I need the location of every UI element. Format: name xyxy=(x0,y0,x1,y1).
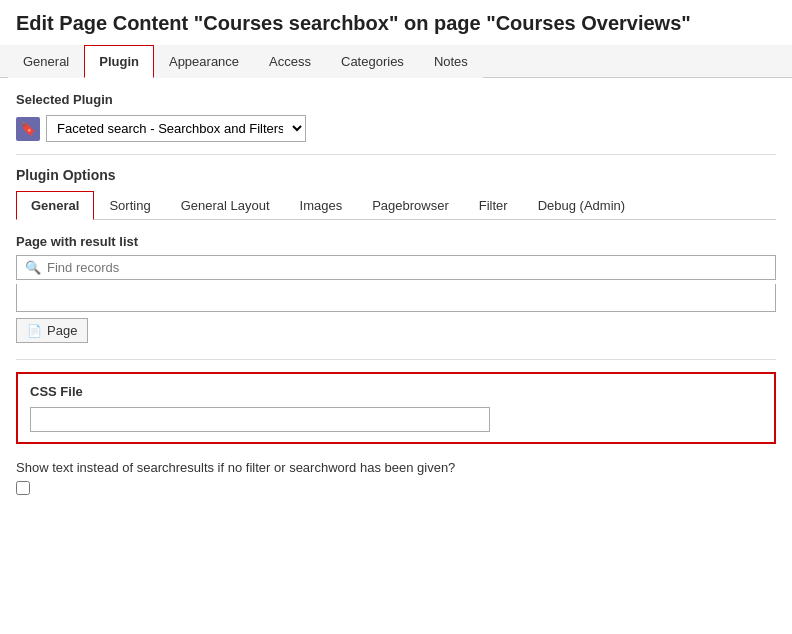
page-result-section: Page with result list 🔍 📄 Page xyxy=(16,234,776,343)
tab-notes[interactable]: Notes xyxy=(419,45,483,78)
search-row: 🔍 xyxy=(16,255,776,280)
search-icon: 🔍 xyxy=(25,260,41,275)
show-text-label: Show text instead of searchresults if no… xyxy=(16,460,776,475)
subtab-filter[interactable]: Filter xyxy=(464,191,523,220)
css-file-input[interactable] xyxy=(30,407,490,432)
show-text-checkbox[interactable] xyxy=(16,481,30,495)
page-result-label: Page with result list xyxy=(16,234,776,249)
subtab-debug-admin[interactable]: Debug (Admin) xyxy=(523,191,640,220)
css-file-label: CSS File xyxy=(30,384,762,399)
page-btn-icon: 📄 xyxy=(27,324,42,338)
content-area: Selected Plugin 🔖 Faceted search - Searc… xyxy=(0,78,792,523)
plugin-options-label: Plugin Options xyxy=(16,167,776,183)
sub-tabs: General Sorting General Layout Images Pa… xyxy=(16,191,776,220)
top-tabs: General Plugin Appearance Access Categor… xyxy=(0,45,792,78)
tab-appearance[interactable]: Appearance xyxy=(154,45,254,78)
subtab-pagebrowser[interactable]: Pagebrowser xyxy=(357,191,464,220)
selection-area xyxy=(16,284,776,312)
show-text-section: Show text instead of searchresults if no… xyxy=(16,460,776,495)
tab-general[interactable]: General xyxy=(8,45,84,78)
subtab-general-layout[interactable]: General Layout xyxy=(166,191,285,220)
divider-2 xyxy=(16,359,776,360)
find-records-input[interactable] xyxy=(47,260,767,275)
plugin-select-row: 🔖 Faceted search - Searchbox and Filters xyxy=(16,115,776,142)
subtab-general[interactable]: General xyxy=(16,191,94,220)
css-file-section: CSS File xyxy=(16,372,776,444)
tab-plugin[interactable]: Plugin xyxy=(84,45,154,78)
page-button-label: Page xyxy=(47,323,77,338)
selected-plugin-label: Selected Plugin xyxy=(16,92,776,107)
page-button[interactable]: 📄 Page xyxy=(16,318,88,343)
plugin-dropdown[interactable]: Faceted search - Searchbox and Filters xyxy=(46,115,306,142)
subtab-sorting[interactable]: Sorting xyxy=(94,191,165,220)
tab-categories[interactable]: Categories xyxy=(326,45,419,78)
page-title: Edit Page Content "Courses searchbox" on… xyxy=(0,0,792,45)
plugin-icon: 🔖 xyxy=(16,117,40,141)
checkbox-row xyxy=(16,481,776,495)
tab-access[interactable]: Access xyxy=(254,45,326,78)
subtab-images[interactable]: Images xyxy=(285,191,358,220)
divider-1 xyxy=(16,154,776,155)
